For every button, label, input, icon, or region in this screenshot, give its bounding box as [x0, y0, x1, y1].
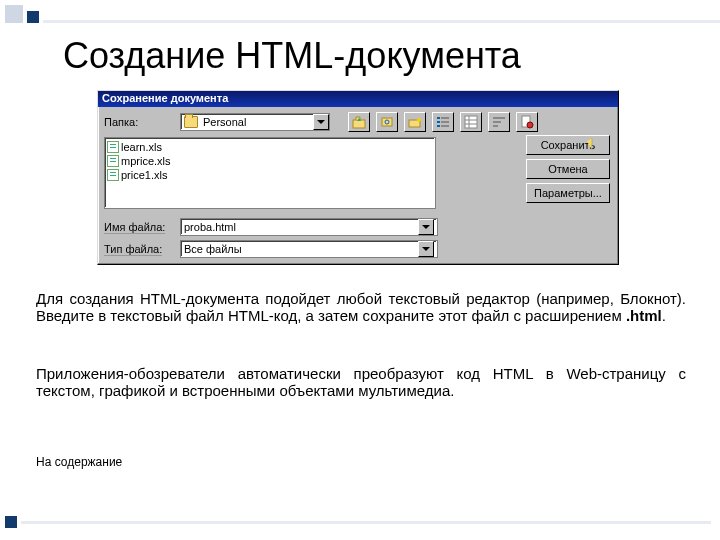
corner-decor-bottom: [5, 516, 711, 528]
svg-rect-6: [437, 125, 440, 127]
body-paragraph-2: Приложения-обозреватели автоматически пр…: [36, 365, 686, 399]
svg-rect-10: [465, 116, 477, 128]
corner-decor-top: [5, 5, 720, 23]
up-folder-icon[interactable]: [348, 112, 370, 132]
chevron-down-icon[interactable]: [418, 241, 434, 257]
save-dialog: Сохранение документа Папка: Personal lea…: [97, 90, 619, 265]
body-paragraph-1: Для создания HTML-документа подойдет люб…: [36, 290, 686, 324]
svg-rect-16: [493, 125, 498, 127]
svg-point-18: [527, 122, 533, 128]
details-view-icon[interactable]: [460, 112, 482, 132]
svg-rect-15: [493, 121, 501, 123]
filename-label: Имя файла:: [104, 221, 174, 233]
list-item[interactable]: mprice.xls: [107, 154, 433, 168]
spreadsheet-icon: [107, 169, 119, 181]
svg-rect-5: [437, 121, 440, 123]
sort-icon[interactable]: [488, 112, 510, 132]
filetype-combo[interactable]: Все файлы: [180, 240, 438, 258]
svg-rect-0: [353, 120, 365, 128]
svg-rect-1: [382, 118, 392, 126]
save-button[interactable]: Сохранить: [526, 135, 610, 155]
chevron-down-icon[interactable]: [418, 219, 434, 235]
spreadsheet-icon: [107, 141, 119, 153]
file-list[interactable]: learn.xls mprice.xls price1.xls: [104, 137, 436, 209]
goto-icon[interactable]: [376, 112, 398, 132]
folder-label: Папка:: [104, 116, 174, 128]
svg-rect-7: [441, 117, 449, 119]
spreadsheet-icon: [107, 155, 119, 167]
svg-rect-4: [437, 117, 440, 119]
cancel-button[interactable]: Отмена: [526, 159, 610, 179]
filename-input[interactable]: proba.html: [180, 218, 438, 236]
svg-rect-14: [493, 117, 505, 119]
folder-value: Personal: [201, 116, 313, 128]
page-title: Создание HTML-документа: [63, 35, 521, 77]
filetype-label: Тип файла:: [104, 243, 174, 255]
contents-link[interactable]: На содержание: [36, 455, 122, 469]
svg-rect-8: [441, 121, 449, 123]
folder-combo[interactable]: Personal: [180, 113, 330, 131]
new-folder-icon[interactable]: [404, 112, 426, 132]
list-item[interactable]: price1.xls: [107, 168, 433, 182]
svg-rect-9: [441, 125, 449, 127]
dialog-titlebar: Сохранение документа: [98, 91, 618, 107]
options-button[interactable]: Параметры...: [526, 183, 610, 203]
chevron-down-icon[interactable]: [313, 114, 329, 130]
folder-icon: [184, 116, 198, 128]
list-item[interactable]: learn.xls: [107, 140, 433, 154]
list-view-icon[interactable]: [432, 112, 454, 132]
properties-icon[interactable]: [516, 112, 538, 132]
